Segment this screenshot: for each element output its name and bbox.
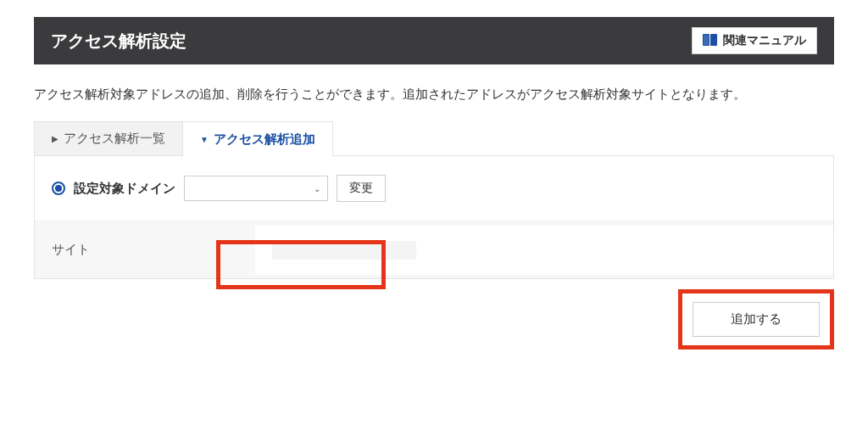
- radio-selected-icon[interactable]: [52, 182, 65, 195]
- tab-access-list[interactable]: ▶ アクセス解析一覧: [34, 121, 183, 155]
- chevron-down-icon: ⌄: [314, 184, 320, 193]
- tab-list-label: アクセス解析一覧: [64, 131, 165, 147]
- related-manual-button[interactable]: 関連マニュアル: [692, 27, 817, 54]
- svg-rect-1: [710, 34, 717, 46]
- chevron-down-icon: ▼: [200, 135, 209, 144]
- page-title: アクセス解析設定: [51, 30, 186, 53]
- svg-rect-2: [704, 35, 709, 45]
- book-icon: [703, 34, 718, 48]
- header-bar: アクセス解析設定 関連マニュアル: [34, 17, 834, 64]
- footer-actions: 追加する: [34, 279, 834, 350]
- form-panel: 設定対象ドメイン ⌄ 変更 サイト: [34, 156, 834, 279]
- domain-label: 設定対象ドメイン: [74, 181, 175, 197]
- site-value-cell: [255, 226, 833, 275]
- related-manual-label: 関連マニュアル: [723, 33, 806, 48]
- tab-access-add[interactable]: ▼ アクセス解析追加: [183, 121, 333, 156]
- domain-select[interactable]: ⌄: [184, 176, 328, 201]
- chevron-right-icon: ▶: [52, 134, 58, 143]
- site-row: サイト: [35, 221, 833, 278]
- site-label: サイト: [35, 221, 255, 278]
- site-value-placeholder: [272, 241, 416, 260]
- highlight-annotation-add: 追加する: [678, 289, 834, 350]
- tab-add-label: アクセス解析追加: [214, 131, 315, 148]
- change-button[interactable]: 変更: [337, 175, 386, 202]
- add-button[interactable]: 追加する: [693, 302, 820, 337]
- domain-row: 設定対象ドメイン ⌄ 変更: [35, 156, 833, 221]
- description-text: アクセス解析対象アドレスの追加、削除を行うことができます。追加されたアドレスがア…: [34, 87, 834, 103]
- tabs: ▶ アクセス解析一覧 ▼ アクセス解析追加: [34, 121, 834, 156]
